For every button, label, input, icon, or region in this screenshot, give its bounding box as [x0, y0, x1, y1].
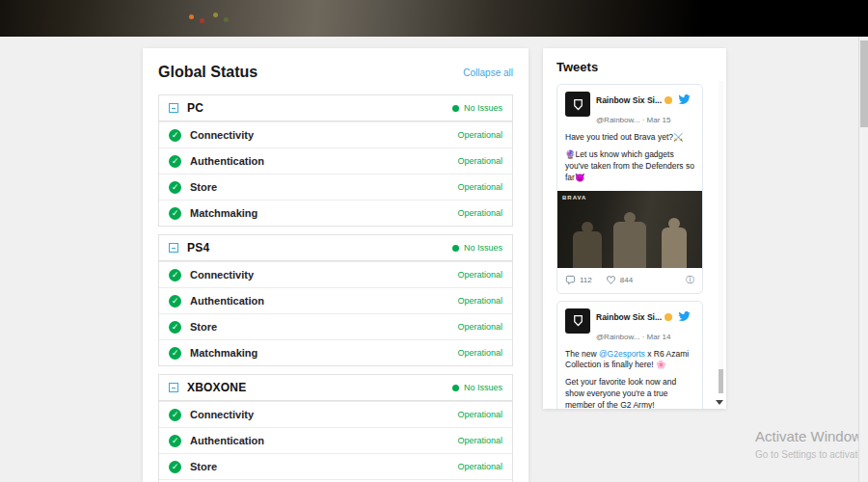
tweets-card: Tweets Rainbow Six Si... @Rainbow... · M… — [543, 48, 726, 409]
platform-section-ps4: PS4 No Issues Connectivity Operational A… — [158, 234, 513, 366]
platform-status-badge: No Issues — [452, 383, 502, 392]
service-status: Operational — [457, 182, 502, 192]
tweet-author-block: Rainbow Six Si... @Rainbow... · Mar 15 — [596, 92, 694, 126]
window-scrollbar-thumb[interactable] — [860, 40, 868, 127]
check-circle-icon — [169, 181, 181, 194]
service-status: Operational — [457, 322, 502, 332]
top-banner — [0, 0, 868, 37]
banner-dot — [213, 13, 218, 17]
tweet-author-block: Rainbow Six Si... @Rainbow... · Mar 14 — [596, 308, 694, 343]
operator-silhouette — [613, 222, 646, 268]
like-button[interactable]: 844 — [606, 275, 633, 285]
status-card-header: Global Status Collapse all — [158, 64, 513, 81]
screen: Global Status Collapse all PC No Issues … — [0, 0, 868, 482]
watermark-title: Activate Windows — [755, 428, 868, 444]
platform-name: PC — [187, 101, 203, 115]
service-name: Store — [190, 181, 217, 193]
twitter-bird-icon[interactable] — [678, 92, 691, 109]
tweet-handle-date[interactable]: @Rainbow... · Mar 14 — [596, 333, 670, 341]
tweet-header: Rainbow Six Si... @Rainbow... · Mar 14 — [565, 308, 694, 343]
service-row-authentication: Authentication Operational — [159, 147, 512, 174]
status-dot-icon — [452, 105, 459, 112]
platform-status-badge: No Issues — [452, 103, 502, 113]
global-status-card: Global Status Collapse all PC No Issues … — [143, 48, 529, 482]
service-status: Operational — [457, 208, 502, 218]
tweet-text-line1: Have you tried out Brava yet?⚔️ — [565, 132, 694, 144]
platform-status-label: No Issues — [464, 383, 502, 392]
watermark-subtitle: Go to Settings to activate W — [755, 449, 868, 460]
platform-header-xboxone[interactable]: XBOXONE No Issues — [159, 375, 512, 401]
service-row-authentication: Authentication Operational — [159, 427, 512, 453]
tweet-text-line1: The new @G2esports x R6 Azami Collection… — [565, 349, 694, 372]
check-circle-icon — [169, 295, 181, 308]
platform-header-ps4[interactable]: PS4 No Issues — [159, 235, 512, 261]
service-status: Operational — [457, 410, 502, 419]
tweets-title: Tweets — [556, 60, 715, 74]
window-scrollbar[interactable] — [858, 37, 868, 482]
platform-header-pc[interactable]: PC No Issues — [159, 95, 512, 121]
platform-section-xboxone: XBOXONE No Issues Connectivity Operation… — [158, 374, 513, 482]
tweet-actions: 112 844 ⓘ — [565, 274, 694, 286]
collapse-minus-icon[interactable] — [169, 243, 178, 253]
collapse-all-link[interactable]: Collapse all — [463, 67, 513, 78]
reply-bubble-icon — [565, 275, 576, 285]
service-name: Matchmaking — [190, 347, 258, 359]
service-row-matchmaking: Matchmaking Operational — [159, 200, 512, 226]
service-status: Operational — [457, 348, 502, 358]
service-name: Connectivity — [190, 269, 254, 281]
service-status: Operational — [457, 130, 502, 140]
service-row-connectivity: Connectivity Operational — [159, 121, 512, 147]
collapse-minus-icon[interactable] — [169, 383, 178, 392]
twitter-bird-icon[interactable] — [678, 308, 691, 326]
service-row-matchmaking: Matchmaking Operational — [159, 339, 512, 365]
banner-dot — [224, 17, 229, 22]
service-name: Authentication — [190, 155, 264, 167]
tweet-text-line2: Get your favorite look now and show ever… — [565, 377, 694, 409]
check-circle-icon — [169, 347, 181, 360]
service-name: Authentication — [190, 435, 264, 446]
reply-count: 112 — [580, 276, 592, 284]
tweet-image[interactable]: BRAVA — [557, 191, 702, 268]
scroll-down-arrow-icon[interactable] — [716, 400, 723, 405]
platform-name: XBOXONE — [187, 381, 246, 394]
mention-link-g2esports[interactable]: @G2esports — [599, 349, 645, 359]
tweet-author-name[interactable]: Rainbow Six Si... — [596, 312, 662, 322]
heart-icon — [606, 275, 616, 285]
info-icon[interactable]: ⓘ — [686, 274, 694, 286]
tweets-scrollbar-thumb[interactable] — [719, 369, 723, 393]
service-row-store: Store Operational — [159, 453, 512, 479]
service-row-authentication: Authentication Operational — [159, 287, 512, 313]
reply-button[interactable]: 112 — [565, 275, 592, 285]
tweet-handle-date[interactable]: @Rainbow... · Mar 15 — [596, 116, 670, 124]
service-name: Authentication — [190, 295, 264, 307]
status-dot-icon — [452, 385, 459, 391]
gold-verified-badge-icon — [665, 313, 672, 321]
service-row-store: Store Operational — [159, 313, 512, 339]
check-circle-icon — [169, 207, 181, 220]
platform-section-pc: PC No Issues Connectivity Operational Au… — [158, 94, 513, 227]
service-row-connectivity: Connectivity Operational — [159, 401, 512, 427]
tweets-scrollbar[interactable] — [719, 81, 723, 393]
gold-verified-badge-icon — [665, 96, 672, 104]
service-name: Matchmaking — [190, 207, 258, 219]
collapse-minus-icon[interactable] — [169, 103, 178, 113]
tweet-author-name[interactable]: Rainbow Six Si... — [596, 95, 662, 105]
operator-silhouette — [573, 231, 602, 268]
check-circle-icon — [169, 269, 181, 281]
tweet-item: Rainbow Six Si... @Rainbow... · Mar 14 T… — [556, 301, 703, 409]
check-circle-icon — [169, 321, 181, 334]
service-name: Connectivity — [190, 409, 254, 420]
tweet-text-line2: 🔮Let us know which gadgets you've taken … — [565, 149, 694, 184]
r6-shield-icon — [571, 313, 585, 328]
tweet-item: Rainbow Six Si... @Rainbow... · Mar 15 H… — [556, 84, 703, 294]
service-status: Operational — [457, 462, 502, 471]
rainbow-six-avatar[interactable] — [565, 308, 590, 334]
like-count: 844 — [620, 276, 633, 284]
tweet-image-caption: BRAVA — [562, 195, 586, 201]
check-circle-icon — [169, 155, 181, 168]
platform-status-label: No Issues — [464, 103, 502, 113]
rainbow-six-avatar[interactable] — [565, 92, 590, 117]
activate-windows-watermark: Activate Windows Go to Settings to activ… — [755, 428, 868, 460]
banner-artwork — [0, 0, 702, 37]
platform-status-label: No Issues — [464, 243, 502, 253]
